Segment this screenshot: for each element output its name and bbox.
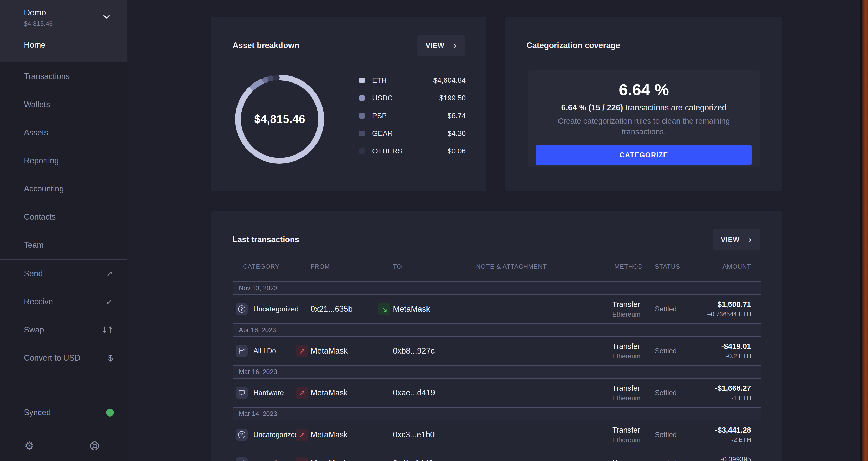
sidebar-item-label: Transactions (24, 72, 70, 81)
column-header-category: CATEGORY (236, 263, 308, 270)
amount-token: -0.2 ETH (704, 352, 751, 360)
sidebar-top-section: Demo $4,815.46 Home (0, 0, 127, 62)
sidebar-item-transactions[interactable]: Transactions (0, 62, 127, 90)
sidebar-item-team[interactable]: Team (0, 231, 127, 259)
category-cell: ? Uncategorized (236, 303, 308, 315)
asset-legend: ETH $4,604.84 USDC $199.50 PSP $6.74 (359, 75, 466, 166)
last-transactions-view-button[interactable]: VIEW → (713, 229, 760, 250)
sidebar-item-label: Contacts (24, 212, 56, 222)
question-circle-icon: ? (236, 429, 248, 441)
sidebar-action-send[interactable]: Send ↗ (0, 260, 127, 288)
to-address: 0xb8...927c (393, 346, 435, 355)
last-transactions-title: Last transactions (232, 235, 299, 244)
legend-label: USDC (372, 94, 393, 102)
sidebar-item-home[interactable]: Home (24, 30, 112, 60)
table-row[interactable]: ? Uncategorized 0x21...635b ↘ MetaMask T… (232, 295, 761, 323)
window-edge-strip (860, 0, 868, 461)
asset-breakdown-card: Asset breakdown VIEW → $4,815.46 ETH (211, 17, 487, 191)
arrow-right-icon: → (450, 41, 457, 50)
amount-cell: -$419.01 -0.2 ETH (704, 342, 751, 360)
donut-total-value: $4,815.46 (233, 72, 327, 166)
sidebar-footer: ⚙ (0, 439, 127, 461)
main-content: Asset breakdown VIEW → $4,815.46 ETH (127, 0, 868, 461)
sidebar-action-label: Convert to USD (24, 353, 80, 363)
arrow-down-left-icon: ↙ (106, 297, 113, 307)
outgoing-arrow-icon: ↗ (296, 387, 308, 399)
categorization-stats: 6.64 % (15 / 226) transactions are categ… (561, 103, 726, 112)
sidebar-item-label: Assets (24, 128, 48, 137)
sidebar-item-reporting[interactable]: Reporting (0, 147, 127, 175)
from-address: 0x21...635b (311, 305, 353, 314)
method-label: Transfer (612, 342, 653, 351)
sidebar-action-label: Receive (24, 297, 53, 307)
legend-label: PSP (372, 112, 387, 120)
account-name: Demo (24, 8, 53, 18)
table-row[interactable]: Hardware ↗ MetaMask 0xae...d419 Transfer… (232, 378, 761, 407)
category-label: Uncategorized (253, 431, 299, 439)
status-label: Settled (653, 389, 704, 397)
help-lifebuoy-icon[interactable] (89, 440, 100, 452)
transactions-table-header: CATEGORY FROM TO NOTE & ATTACHMENT METHO… (232, 261, 761, 272)
dollar-icon: $ (108, 353, 113, 363)
categorization-hint: Create categorization rules to clean the… (556, 116, 732, 137)
arrow-right-icon: → (745, 235, 752, 244)
chevron-down-icon (101, 11, 112, 22)
network-label: Ethereum (612, 395, 653, 402)
category-label: Hardware (253, 389, 284, 397)
sidebar-item-accounting[interactable]: Accounting (0, 175, 127, 203)
date-separator: Apr 16, 2023 (232, 323, 761, 337)
categorization-stats-rest: transactions are categorized (623, 103, 726, 112)
sidebar-item-assets[interactable]: Assets (0, 119, 127, 147)
asset-breakdown-view-button[interactable]: VIEW → (417, 35, 465, 56)
legend-swatch (359, 78, 365, 83)
legend-item: OTHERS $0.06 (359, 146, 466, 156)
categorization-header: Categorization coverage (505, 17, 782, 58)
column-header-from: FROM (308, 263, 391, 270)
categorize-button[interactable]: CATEGORIZE (536, 145, 752, 165)
date-separator: Nov 13, 2023 (232, 282, 761, 295)
sidebar-item-label: Wallets (24, 100, 50, 109)
sidebar-item-contacts[interactable]: Contacts (0, 203, 127, 231)
category-label: Internal (253, 459, 277, 461)
sidebar-item-label: Team (24, 240, 44, 250)
last-transactions-header: Last transactions VIEW → (211, 211, 782, 252)
to-cell: 0xae...d419 (391, 388, 474, 398)
sidebar-item-wallets[interactable]: Wallets (0, 90, 127, 119)
table-row[interactable]: All I Do ↗ MetaMask 0xb8...927c Transfer… (232, 337, 761, 365)
to-cell: 0xb8...927c (391, 346, 474, 356)
sidebar-action-convert-to-usd[interactable]: Convert to USD $ (0, 344, 127, 372)
view-button-label: VIEW (426, 41, 444, 50)
legend-item: ETH $4,604.84 (359, 75, 466, 86)
method-cell: Transfer Ethereum (612, 426, 653, 444)
account-info: Demo $4,815.46 (24, 8, 53, 28)
column-header-to: TO (391, 263, 474, 270)
monitor-icon (236, 387, 248, 399)
asset-donut-chart: $4,815.46 (233, 72, 327, 166)
table-row[interactable]: Internal ↗ MetaMask 0x4f...14d6 Swap Set… (232, 449, 761, 461)
legend-item: USDC $199.50 (359, 93, 466, 103)
gear-icon[interactable]: ⚙ (24, 440, 34, 451)
category-label: All I Do (253, 347, 276, 355)
legend-value: $4.30 (447, 129, 466, 138)
categorization-coverage-card: Categorization coverage 6.64 % 6.64 % (1… (505, 17, 782, 191)
account-balance: $4,815.46 (24, 20, 53, 28)
categorization-panel: 6.64 % 6.64 % (15 / 226) transactions ar… (528, 70, 760, 167)
column-header-amount: AMOUNT (704, 263, 751, 270)
amount-cell: -0.399395 dWETH (704, 455, 751, 461)
sidebar-action-swap[interactable]: Swap ↓↑ (0, 316, 127, 344)
account-switcher[interactable]: Demo $4,815.46 (24, 8, 112, 28)
top-cards-row: Asset breakdown VIEW → $4,815.46 ETH (211, 17, 868, 191)
sidebar-action-receive[interactable]: Receive ↙ (0, 288, 127, 316)
categorization-percent: 6.64 % (619, 81, 669, 99)
from-contact: MetaMask (311, 430, 348, 439)
amount-fiat: $1,508.71 (704, 300, 751, 309)
date-label: Mar 16, 2023 (239, 368, 277, 376)
table-row[interactable]: ? Uncategorized ↗ MetaMask 0xc3...e1b0 T… (232, 421, 761, 449)
sidebar-spacer (0, 372, 127, 408)
amount-token: +0.736544 ETH (704, 311, 751, 318)
from-contact: MetaMask (311, 459, 348, 461)
legend-value: $199.50 (439, 94, 466, 102)
transactions-table: CATEGORY FROM TO NOTE & ATTACHMENT METHO… (232, 261, 761, 461)
sidebar-item-label: Accounting (24, 184, 64, 194)
category-label: Uncategorized (253, 305, 299, 313)
